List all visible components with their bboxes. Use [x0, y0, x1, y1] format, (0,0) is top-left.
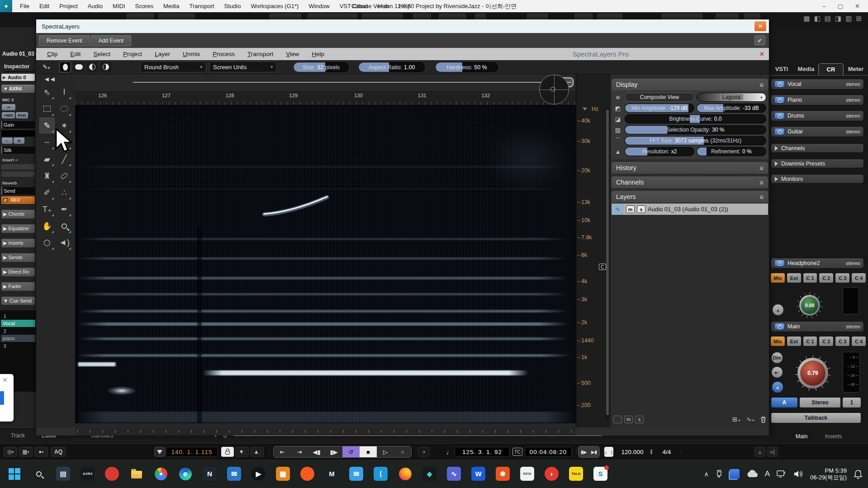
bus-button-c3[interactable]: C 3 [835, 273, 850, 283]
right-zone-tab-vsti[interactable]: VSTi [769, 63, 794, 75]
right-zone-tab-meter[interactable]: Meter [844, 63, 868, 75]
brush-preset-icon[interactable]: ✎▾ [43, 63, 50, 71]
cue-channel-guitar[interactable]: Guitarstereo [771, 126, 864, 137]
solo-all-button[interactable]: s [635, 416, 644, 423]
add-layer-icon[interactable]: ⊞₊ [732, 416, 741, 423]
refinement-slider[interactable]: Refinement:0 % [697, 147, 766, 156]
sl-menu-clip[interactable]: Clip [41, 49, 64, 59]
marker-next-button[interactable]: ▲¸ [250, 447, 264, 457]
go-to-end-button[interactable]: ⇥ [291, 446, 308, 458]
marker-icon[interactable] [154, 447, 165, 457]
sl-menu-help[interactable]: Help [305, 49, 331, 59]
display-panel-header[interactable]: Display≡ [612, 79, 768, 90]
minimize-icon[interactable]: – [823, 3, 826, 9]
layer-color-chip[interactable] [613, 416, 622, 423]
3d-navigation-ball[interactable]: ⬡ [539, 75, 569, 104]
constrain-delay-icon[interactable]: ◎▾ [4, 447, 17, 457]
marker-prev-button[interactable]: ▼¸ [235, 447, 249, 457]
ime-language-icon[interactable]: A [765, 469, 770, 479]
precount-indicator-icon[interactable]: ▹| [767, 447, 778, 457]
insert-slot[interactable] [1, 171, 35, 177]
inspector-section-direct-ro[interactable]: ▶ Direct Ro [1, 268, 35, 276]
layout-lower-zone-icon[interactable]: ▤ [825, 14, 831, 23]
vertical-scrollbar[interactable] [606, 108, 609, 419]
taskbar-media-player-icon[interactable]: ▶ [251, 467, 266, 481]
bus-button-c1[interactable]: C 1 [803, 336, 818, 346]
picker-tool-icon[interactable]: ✒ [56, 201, 72, 218]
channels-panel-header[interactable]: Channels≡ [612, 176, 768, 188]
taskbar-outlook-icon[interactable]: ✉ [227, 467, 241, 481]
cr-section-channels[interactable]: Channels [771, 143, 864, 153]
layer-row[interactable]: ∿ m s Audio 01_03 (Audio 01_03 (2)) [612, 204, 768, 215]
rectangular-selection-tool-icon[interactable] [39, 100, 55, 117]
gain-field[interactable]: Gain [1, 121, 35, 128]
taskbar-edge-icon[interactable]: e [178, 467, 192, 481]
inspector-section-equalizer[interactable]: ▶ Equalizer [1, 224, 35, 233]
max-amplitude-slider[interactable]: Max Amplitude:-33 dB [697, 104, 766, 113]
playback-tool-icon[interactable]: ◄) [56, 234, 72, 251]
taskbar-rew-app-icon[interactable]: REW [520, 467, 534, 481]
headphone-channel-row[interactable]: Headphone2 stereo [771, 258, 864, 269]
record-modes-icon[interactable]: ●▾ [34, 447, 48, 457]
mode-new-selection-icon[interactable] [60, 62, 71, 72]
cue-channel-vocal[interactable]: Vocalstereo [771, 79, 864, 90]
secondary-position-display[interactable]: 125. 3. 1. 92 [455, 447, 510, 457]
taskbar-start-icon[interactable] [7, 467, 21, 481]
sl-menu-unmix[interactable]: Unmix [176, 49, 206, 59]
right-zone-tab-media[interactable]: Media [794, 63, 818, 75]
axis-unit-label[interactable]: Hz [592, 106, 598, 112]
right-zone-tab-cr[interactable]: CR [818, 63, 844, 75]
min-amplitude-slider[interactable]: Min Amplitude:-129 dB [625, 104, 694, 113]
colormap-dropdown[interactable]: Laguna▾ [697, 93, 766, 102]
aspect-ratio-slider[interactable]: Aspect Ratio:1.00 [358, 62, 425, 72]
cubase-menu-workspaces-g1-[interactable]: Workspaces (G1*) [247, 1, 303, 11]
brush-size-slider[interactable]: Size:32pixels [293, 62, 349, 72]
talkback-button[interactable]: Talkback [771, 412, 861, 423]
sl-menu-edit[interactable]: Edit [64, 49, 87, 59]
cubase-menu-media[interactable]: Media [159, 1, 183, 11]
punch-out-icon[interactable]: ▶▮ [589, 446, 599, 458]
mode-add-selection-icon[interactable] [73, 62, 84, 72]
bus-button-c4[interactable]: C 4 [851, 336, 866, 346]
dock-window-icon[interactable]: ⇙ [754, 35, 765, 45]
reverb-plugin-slot[interactable]: e REV [1, 196, 35, 204]
taskbar-folder-icon[interactable] [129, 467, 143, 481]
phantom-power-button[interactable]: +48V [2, 112, 15, 118]
cubase-logo-icon[interactable]: ✦ [0, 0, 12, 12]
time-ruler[interactable]: 126127128129130131132 [75, 91, 576, 105]
close-icon[interactable]: ✕ [855, 3, 860, 9]
bus-button-c2[interactable]: C 2 [819, 273, 834, 283]
power-icon[interactable] [774, 128, 785, 135]
go-to-start-button[interactable]: ⇤ [274, 446, 291, 458]
bus-button-c1[interactable]: C 1 [803, 273, 818, 283]
cubase-menu-transport[interactable]: Transport [185, 1, 218, 11]
sl-menu-transport[interactable]: Transport [241, 49, 280, 59]
inspector-section-chords[interactable]: ▶ Chords [1, 210, 35, 218]
cubase-menu-project[interactable]: Project [55, 1, 81, 11]
bus-button-c2[interactable]: C 2 [819, 336, 834, 346]
power-icon[interactable] [774, 96, 785, 104]
layout-right-zone-icon[interactable]: ◨ [835, 14, 841, 23]
click-metronome-button[interactable]: ▵ [772, 381, 783, 393]
cubase-menu-audio[interactable]: Audio [84, 1, 107, 11]
notification-bell-icon[interactable]: z [854, 469, 863, 479]
track-name-vocal[interactable]: Vocal [1, 320, 35, 327]
cue-channel-piano[interactable]: Pianostereo [771, 95, 864, 105]
brightness-curve-slider[interactable]: Brightness Curve:0.0 [625, 114, 766, 123]
frequency-axis[interactable]: Hz 40k30k20k13k10k7.8k6k4k3k2k14401k5002… [576, 74, 611, 427]
spectralayers-titlebar[interactable]: SpectraLayers ✕ [36, 19, 769, 33]
zoom-tool-icon[interactable] [56, 218, 72, 234]
record-button[interactable]: ○ [394, 446, 411, 458]
sl-menu-layer[interactable]: Layer [148, 49, 176, 59]
play-button[interactable]: ▷ [377, 446, 394, 458]
units-dropdown[interactable]: Screen Units▾ [209, 62, 277, 72]
tab-inserts[interactable]: Inserts [825, 433, 842, 440]
cubase-menu-midi[interactable]: MIDI [109, 1, 129, 11]
inspector-section-fader[interactable]: ▶ Fader [1, 282, 35, 291]
taskbar-chrome-icon[interactable] [154, 467, 168, 481]
main-level-knob[interactable]: 0.79 [797, 358, 828, 389]
fft-size-slider[interactable]: FFT Size:3072 samples(32ms/31Hz) [625, 136, 766, 145]
monitor-format-button[interactable]: Stereo [799, 397, 841, 408]
power-icon[interactable] [774, 81, 785, 88]
composite-view-button[interactable]: Composite View [625, 93, 694, 102]
